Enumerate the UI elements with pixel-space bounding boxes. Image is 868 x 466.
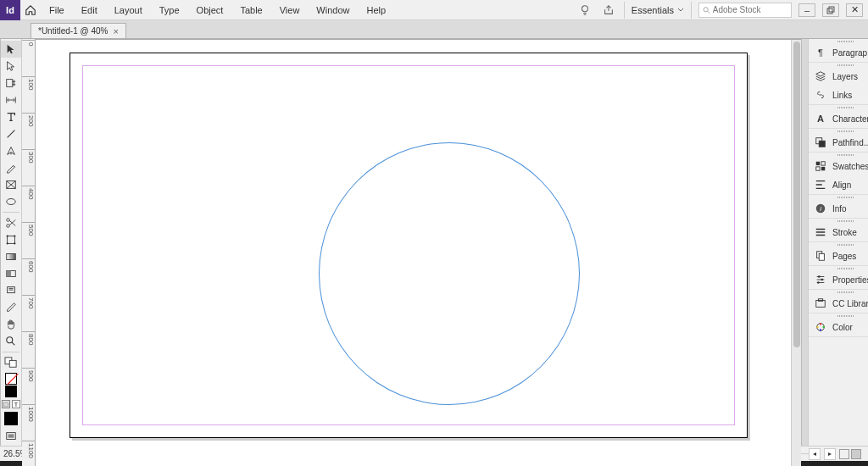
text-format-icon[interactable]: T	[12, 400, 20, 408]
document-tab-title: *Untitled-1 @ 40%	[38, 26, 108, 36]
svg-rect-28	[821, 167, 825, 170]
screen-mode-tool[interactable]	[1, 428, 21, 445]
tools-panel: □ T	[1, 39, 22, 446]
svg-point-7	[7, 219, 10, 222]
scroll-right-button[interactable]: ▸	[824, 448, 836, 460]
svg-point-8	[7, 225, 10, 228]
restore-button[interactable]	[822, 3, 839, 17]
menu-type[interactable]: Type	[151, 0, 188, 20]
menu-view[interactable]: View	[271, 0, 309, 20]
panel-paragraph[interactable]: ¶Paragrap...	[809, 43, 868, 62]
cclib-icon	[814, 297, 827, 310]
svg-point-6	[7, 199, 16, 205]
document-page[interactable]	[70, 53, 748, 438]
svg-point-39	[820, 323, 821, 325]
share-icon[interactable]	[600, 2, 617, 19]
ellipse-shape[interactable]	[319, 142, 580, 405]
menu-help[interactable]: Help	[358, 0, 394, 20]
search-icon	[703, 6, 710, 14]
default-black-swatch[interactable]	[4, 412, 18, 425]
panel-layers[interactable]: Layers	[809, 67, 868, 86]
links-icon	[814, 88, 827, 102]
panel-character[interactable]: ACharacter	[809, 109, 868, 128]
swatches-icon	[814, 159, 827, 173]
panels-dock: ¶Paragrap... Layers Links ACharacter Pat…	[808, 39, 868, 446]
panel-pathfinder[interactable]: Pathfind...	[809, 133, 868, 152]
svg-rect-14	[7, 254, 16, 260]
svg-point-35	[817, 281, 820, 284]
scrollbar-thumb[interactable]	[793, 42, 800, 347]
zoom-tool[interactable]	[1, 333, 21, 350]
character-icon: A	[814, 112, 827, 125]
right-dock-expand[interactable]	[801, 39, 808, 446]
gradient-feather-tool[interactable]	[1, 265, 21, 282]
close-button[interactable]: ✕	[846, 3, 863, 17]
panel-swatches[interactable]: Swatches	[809, 157, 868, 175]
eyedropper-tool[interactable]	[1, 299, 21, 316]
minimize-button[interactable]: –	[798, 3, 815, 17]
vertical-scrollbar[interactable]	[791, 40, 801, 466]
page-tool[interactable]	[1, 75, 21, 92]
line-tool[interactable]	[1, 125, 21, 142]
stock-search-input[interactable]	[713, 5, 787, 14]
panel-properties[interactable]: Properties	[809, 270, 868, 289]
svg-rect-32	[819, 253, 824, 260]
lightbulb-icon[interactable]	[576, 2, 593, 19]
svg-point-13	[14, 242, 15, 244]
pencil-tool[interactable]	[1, 159, 21, 176]
close-tab-icon[interactable]: ×	[113, 26, 118, 36]
type-tool[interactable]	[1, 108, 21, 125]
pages-icon	[814, 249, 827, 263]
pen-tool[interactable]	[1, 142, 21, 159]
selection-tool[interactable]	[1, 41, 21, 58]
document-tab[interactable]: *Untitled-1 @ 40% ×	[31, 23, 126, 38]
ellipse-tool[interactable]	[1, 193, 21, 210]
free-transform-tool[interactable]	[1, 231, 21, 248]
hand-tool[interactable]	[1, 316, 21, 333]
fill-swatch[interactable]	[5, 373, 17, 385]
stroke-swatch[interactable]	[5, 386, 17, 397]
svg-rect-24	[819, 141, 825, 147]
stock-search[interactable]	[698, 3, 792, 18]
container-format-icon[interactable]: □	[2, 400, 10, 408]
menu-window[interactable]: Window	[308, 0, 358, 20]
panel-cclibraries[interactable]: CC Librar...	[809, 294, 868, 313]
svg-point-11	[14, 236, 15, 237]
svg-rect-9	[8, 236, 15, 244]
menu-table[interactable]: Table	[231, 0, 270, 20]
direct-selection-tool[interactable]	[1, 58, 21, 75]
home-icon[interactable]	[20, 4, 41, 16]
workspace-label: Essentials	[632, 5, 674, 15]
svg-rect-2	[827, 8, 832, 14]
panel-info[interactable]: iInfo	[809, 199, 868, 218]
svg-point-0	[581, 5, 587, 11]
scroll-left-button[interactable]: ◂	[809, 448, 821, 460]
workspace-switcher[interactable]: Essentials	[624, 2, 692, 19]
menu-object[interactable]: Object	[188, 0, 232, 20]
rectangle-frame-tool[interactable]	[1, 176, 21, 193]
panel-align[interactable]: Align	[809, 175, 868, 194]
scissors-tool[interactable]	[1, 214, 21, 231]
panel-stroke[interactable]: Stroke	[809, 223, 868, 241]
pasteboard[interactable]	[36, 40, 791, 466]
view-mode-buttons[interactable]	[839, 449, 865, 459]
gradient-swatch-tool[interactable]	[1, 248, 21, 265]
pathfinder-icon	[814, 136, 827, 149]
svg-rect-22	[8, 434, 14, 437]
fill-stroke-toggle[interactable]	[1, 354, 21, 371]
stroke-icon	[814, 225, 827, 239]
info-icon: i	[814, 202, 827, 215]
menu-layout[interactable]: Layout	[106, 0, 151, 20]
panel-links[interactable]: Links	[809, 86, 868, 104]
menu-edit[interactable]: Edit	[73, 0, 106, 20]
vertical-ruler[interactable]: 010020030040050060070080090010001100	[22, 40, 36, 466]
panel-pages[interactable]: Pages	[809, 247, 868, 265]
svg-rect-3	[829, 7, 834, 12]
note-tool[interactable]	[1, 282, 21, 299]
svg-point-41	[820, 329, 821, 330]
layers-icon	[814, 69, 827, 83]
panel-color[interactable]: Color	[809, 318, 868, 336]
menu-file[interactable]: File	[41, 0, 73, 20]
align-icon	[814, 178, 827, 191]
gap-tool[interactable]	[1, 92, 21, 108]
